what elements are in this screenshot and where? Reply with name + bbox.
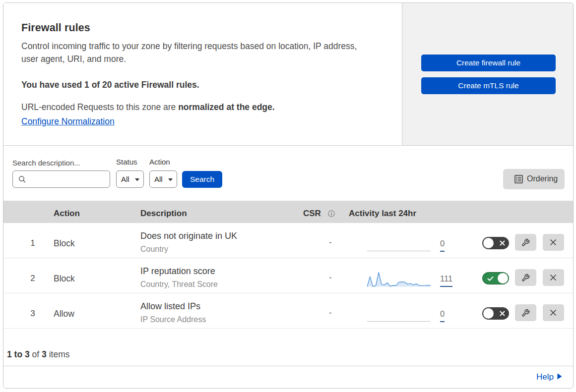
actions-panel: Create firewall rule Create mTLS rule <box>402 3 573 145</box>
rule-enabled-toggle[interactable] <box>482 307 509 320</box>
rule-action-value: Allow <box>54 309 74 319</box>
delete-rule-button[interactable] <box>543 234 564 251</box>
check-icon <box>487 276 494 281</box>
caret-right-icon <box>557 373 562 380</box>
firewall-rules-card: Firewall rules Control incoming traffic … <box>3 2 574 389</box>
rule-description: Does not originate in UK <box>140 231 237 241</box>
page-title: Firewall rules <box>21 21 90 35</box>
info-icon[interactable] <box>328 210 335 217</box>
delete-rule-button[interactable] <box>543 304 564 321</box>
rule-priority-number: 3 <box>28 309 37 319</box>
toggle-knob <box>483 308 494 319</box>
page-description: Control incoming traffic to your zone by… <box>21 40 369 65</box>
status-select[interactable]: All <box>116 170 144 188</box>
x-icon <box>500 240 505 246</box>
rule-csr-value: - <box>325 238 335 247</box>
rule-description: Allow listed IPs <box>140 301 200 312</box>
normalization-bold-text: normalized at the edge. <box>178 102 274 112</box>
edit-rule-button[interactable] <box>515 304 536 321</box>
close-icon <box>549 309 557 317</box>
normalization-note: URL-encoded Requests to this zone are no… <box>21 100 275 128</box>
wrench-icon <box>521 274 530 282</box>
pagination-range: 1 to 3 <box>7 349 30 359</box>
rule-row: 3 Allow Allow listed IPs IP Source Addre… <box>3 293 573 329</box>
status-label: Status <box>116 158 137 166</box>
toggle-knob <box>483 238 494 248</box>
wrench-icon <box>521 309 530 317</box>
rule-row: 1 Block Does not originate in UK Country… <box>3 223 573 258</box>
edit-rule-button[interactable] <box>515 269 536 286</box>
chevron-down-icon <box>135 178 139 181</box>
pagination-bar: 1 to 3 of 3 items <box>3 329 573 366</box>
column-header-description: Description <box>140 209 187 219</box>
column-header-action: Action <box>54 209 80 219</box>
action-label: Action <box>149 158 170 166</box>
chevron-down-icon <box>168 178 173 181</box>
usage-summary: You have used 1 of 20 active Firewall ru… <box>21 80 199 90</box>
activity-sparkline-flat <box>367 321 431 322</box>
action-select[interactable]: All <box>149 170 177 188</box>
help-bar: Help <box>3 366 573 388</box>
close-icon <box>549 274 557 281</box>
rule-action-value: Block <box>54 238 75 249</box>
rule-fields: Country <box>140 245 168 254</box>
help-link[interactable]: Help <box>536 372 562 382</box>
rule-row: 2 Block IP reputation score Country, Thr… <box>3 258 573 293</box>
x-icon <box>500 311 505 316</box>
filter-bar: Search description... Status All Action … <box>3 146 573 201</box>
overview-section: Firewall rules Control incoming traffic … <box>3 3 573 146</box>
column-header-activity: Activity last 24hr <box>349 209 416 219</box>
create-mtls-rule-button[interactable]: Create mTLS rule <box>421 77 556 94</box>
help-link-label: Help <box>536 372 554 382</box>
close-icon <box>549 238 557 246</box>
rule-enabled-toggle[interactable] <box>482 237 509 249</box>
configure-normalization-link[interactable]: Configure Normalization <box>21 116 115 126</box>
rule-action-value: Block <box>54 274 75 284</box>
action-selected-value: All <box>154 175 163 183</box>
search-button[interactable]: Search <box>182 171 222 188</box>
status-selected-value: All <box>121 175 129 183</box>
rule-csr-value: - <box>325 273 335 282</box>
pagination-summary: 1 to 3 of 3 items <box>7 349 69 360</box>
normalization-text: URL-encoded Requests to this zone are <box>21 102 178 112</box>
toggle-knob <box>498 273 508 283</box>
ordering-button-label: Ordering <box>527 174 558 183</box>
rule-fields: IP Source Address <box>140 315 206 324</box>
create-firewall-rule-button[interactable]: Create firewall rule <box>421 55 556 71</box>
table-header: Action Description CSR Activity last 24h… <box>3 201 573 223</box>
ordering-button[interactable]: Ordering <box>503 169 565 189</box>
activity-sparkline <box>367 271 431 287</box>
edit-rule-button[interactable] <box>515 234 536 251</box>
overview-text-block: Firewall rules Control incoming traffic … <box>3 3 402 145</box>
search-input[interactable] <box>29 171 108 187</box>
ordered-list-icon <box>514 175 523 183</box>
delete-rule-button[interactable] <box>543 269 564 286</box>
rules-table-body: 1 Block Does not originate in UK Country… <box>3 223 573 329</box>
activity-count-link[interactable]: 0 <box>440 239 445 252</box>
rule-priority-number: 1 <box>28 238 37 248</box>
search-icon <box>18 175 26 183</box>
activity-count-link[interactable]: 111 <box>440 274 452 287</box>
rule-csr-value: - <box>325 308 335 317</box>
rule-enabled-toggle[interactable] <box>482 272 509 284</box>
rule-description: IP reputation score <box>140 266 215 277</box>
rule-fields: Country, Threat Score <box>140 280 218 289</box>
search-label: Search description... <box>12 159 80 167</box>
pagination-total: 3 <box>42 349 47 359</box>
search-field[interactable] <box>12 170 110 188</box>
column-header-csr: CSR <box>303 209 321 219</box>
wrench-icon <box>521 238 530 247</box>
activity-count-link[interactable]: 0 <box>440 309 445 322</box>
rule-priority-number: 2 <box>28 274 37 283</box>
activity-sparkline-flat <box>367 251 431 251</box>
